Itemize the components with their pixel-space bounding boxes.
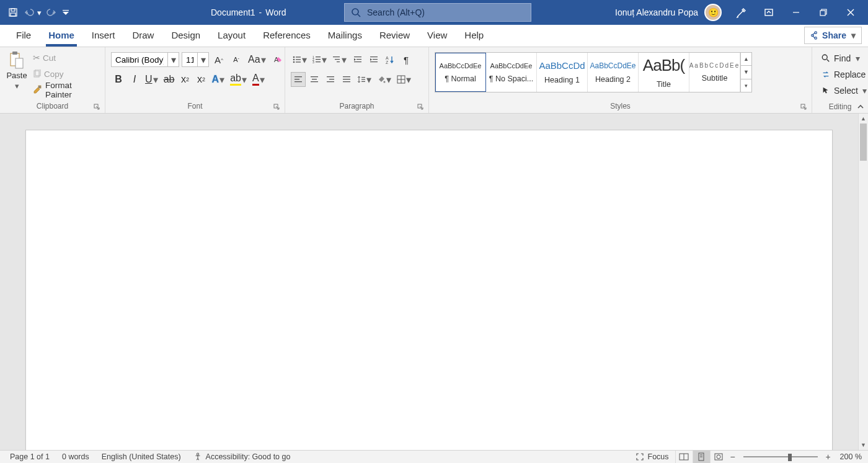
save-icon[interactable] <box>5 4 21 21</box>
vertical-scrollbar[interactable]: ▲ ▼ <box>858 114 868 450</box>
collapse-ribbon-icon[interactable] <box>857 103 864 110</box>
page[interactable] <box>25 130 833 450</box>
svg-rect-34 <box>333 56 340 57</box>
word-count[interactable]: 0 words <box>56 452 95 461</box>
bold-button[interactable]: B <box>111 72 126 87</box>
tab-file[interactable]: File <box>7 25 40 47</box>
search-box[interactable]: Search (Alt+Q) <box>344 3 531 22</box>
scroll-thumb[interactable] <box>860 124 867 161</box>
style-heading-2[interactable]: AaBbCcDdEeHeading 2 <box>588 53 639 92</box>
tab-layout[interactable]: Layout <box>209 25 254 47</box>
tab-draw[interactable]: Draw <box>123 25 162 47</box>
align-left-button[interactable] <box>291 72 306 87</box>
zoom-in-button[interactable]: + <box>823 452 834 462</box>
highlight-button[interactable]: ab▾ <box>228 72 249 87</box>
find-button[interactable]: Find ▾ <box>819 51 868 66</box>
print-layout-button[interactable] <box>693 451 710 464</box>
justify-button[interactable] <box>339 72 354 87</box>
styles-launcher-icon[interactable] <box>799 102 808 112</box>
read-mode-button[interactable] <box>675 451 693 464</box>
scroll-up-icon[interactable]: ▲ <box>859 114 868 124</box>
zoom-thumb[interactable] <box>788 454 792 461</box>
tab-references[interactable]: References <box>254 25 319 47</box>
accessibility-status[interactable]: Accessibility: Good to go <box>187 452 297 461</box>
cut-label: Cut <box>43 53 56 63</box>
line-spacing-button[interactable]: ▾ <box>355 72 374 87</box>
show-marks-button[interactable]: ¶ <box>399 52 414 67</box>
tab-home[interactable]: Home <box>40 25 83 47</box>
italic-button[interactable]: I <box>127 72 142 87</box>
tab-help[interactable]: Help <box>456 25 492 47</box>
superscript-button[interactable]: x2 <box>194 72 209 87</box>
minimize-button[interactable] <box>782 0 810 25</box>
subscript-button[interactable]: x2 <box>178 72 193 87</box>
web-layout-button[interactable] <box>710 451 727 464</box>
font-launcher-icon[interactable] <box>272 102 281 112</box>
font-size-input[interactable] <box>182 55 197 65</box>
scroll-down-icon[interactable]: ▼ <box>859 440 868 450</box>
underline-button[interactable]: U▾ <box>143 72 161 87</box>
page-count[interactable]: Page 1 of 1 <box>4 452 56 461</box>
maximize-button[interactable] <box>810 0 837 25</box>
close-button[interactable] <box>837 0 864 25</box>
language[interactable]: English (United States) <box>95 452 187 461</box>
change-case-button[interactable]: Aa▾ <box>246 52 268 67</box>
chevron-down-icon[interactable]: ▾ <box>167 53 179 66</box>
gallery-down-icon[interactable]: ▼ <box>741 66 751 79</box>
style-title[interactable]: AaBb(Title <box>639 53 689 92</box>
clear-formatting-button[interactable]: A <box>271 52 286 67</box>
redo-icon[interactable] <box>43 4 60 21</box>
align-right-button[interactable] <box>323 72 338 87</box>
format-painter-button[interactable]: Format Painter <box>30 82 102 98</box>
chevron-down-icon[interactable]: ▾ <box>197 53 208 66</box>
tab-review[interactable]: Review <box>371 25 418 47</box>
cut-button[interactable]: ✂ Cut <box>30 50 102 66</box>
borders-button[interactable]: ▾ <box>395 72 414 87</box>
align-center-button[interactable] <box>307 72 322 87</box>
scroll-track[interactable] <box>859 124 868 440</box>
clipboard-launcher-icon[interactable] <box>92 102 102 112</box>
strikethrough-button[interactable]: ab <box>162 72 177 87</box>
grow-font-button[interactable]: A^ <box>211 52 226 67</box>
coming-soon-icon[interactable] <box>728 0 755 25</box>
select-button[interactable]: Select ▾ <box>819 83 868 98</box>
gallery-up-icon[interactable]: ▲ <box>741 53 751 66</box>
focus-mode-button[interactable]: Focus <box>629 452 675 461</box>
copy-button[interactable]: Copy <box>30 66 102 82</box>
replace-button[interactable]: Replace <box>819 67 868 82</box>
decrease-indent-button[interactable] <box>350 52 365 67</box>
bullets-button[interactable]: ▾ <box>291 52 309 67</box>
gallery-more-icon[interactable]: ▾ <box>741 79 751 92</box>
increase-indent-button[interactable] <box>366 52 381 67</box>
tab-view[interactable]: View <box>418 25 456 47</box>
paste-button[interactable]: Paste ▾ <box>3 48 30 93</box>
font-name-input[interactable] <box>112 55 167 65</box>
undo-icon[interactable] <box>21 4 37 21</box>
signed-in-user[interactable]: Ionuț Alexandru Popa 🙂 <box>609 4 728 21</box>
paragraph-launcher-icon[interactable] <box>415 102 425 112</box>
zoom-level[interactable]: 200 % <box>834 452 864 461</box>
tab-mailings[interactable]: Mailings <box>319 25 371 47</box>
zoom-out-button[interactable]: − <box>727 452 738 462</box>
qat-customize-icon[interactable] <box>60 4 72 21</box>
shading-button[interactable]: ▾ <box>375 72 394 87</box>
style-heading-1[interactable]: AaBbCcDdHeading 1 <box>537 53 588 92</box>
chevron-down-icon[interactable]: ▾ <box>14 81 20 91</box>
font-name-combo[interactable]: ▾ <box>111 52 179 67</box>
sort-button[interactable]: AZ <box>383 52 397 67</box>
tab-design[interactable]: Design <box>162 25 209 47</box>
font-size-combo[interactable]: ▾ <box>182 52 209 67</box>
share-button[interactable]: Share ▾ <box>804 27 862 44</box>
svg-point-10 <box>815 32 817 34</box>
multilevel-list-button[interactable]: ▾ <box>330 52 349 67</box>
text-effects-button[interactable]: A▾ <box>210 72 228 87</box>
style-subtitle[interactable]: AaBbCcDdEeSubtitle <box>689 53 740 92</box>
zoom-slider[interactable] <box>743 451 818 464</box>
style--no-spaci-[interactable]: AaBbCcDdEe¶ No Spaci... <box>486 53 537 92</box>
ribbon-display-icon[interactable] <box>755 0 782 25</box>
font-color-button[interactable]: A▾ <box>250 72 267 87</box>
tab-insert[interactable]: Insert <box>83 25 124 47</box>
numbering-button[interactable]: 123▾ <box>311 52 329 67</box>
style--normal[interactable]: AaBbCcDdEe¶ Normal <box>435 53 486 92</box>
shrink-font-button[interactable]: Aˇ <box>229 52 244 67</box>
